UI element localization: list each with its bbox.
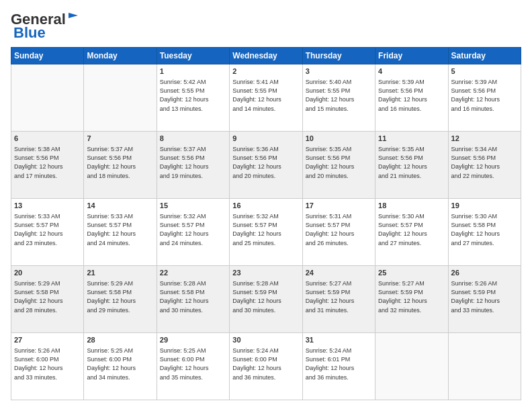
- calendar-body: 1Sunrise: 5:42 AM Sunset: 5:55 PM Daylig…: [11, 64, 521, 400]
- day-info: Sunrise: 5:37 AM Sunset: 5:56 PM Dayligh…: [160, 145, 226, 180]
- day-number: 22: [160, 268, 226, 278]
- calendar-day-cell: 15Sunrise: 5:32 AM Sunset: 5:57 PM Dayli…: [157, 199, 229, 266]
- calendar-day-cell: 6Sunrise: 5:38 AM Sunset: 5:56 PM Daylig…: [11, 132, 84, 199]
- day-number: 20: [14, 268, 81, 278]
- day-of-week-header: Friday: [375, 48, 448, 64]
- calendar-day-cell: 10Sunrise: 5:35 AM Sunset: 5:56 PM Dayli…: [302, 132, 375, 199]
- day-of-week-header: Wednesday: [230, 48, 302, 64]
- day-of-week-header: Monday: [84, 48, 157, 64]
- day-number: 13: [14, 201, 81, 211]
- day-number: 30: [232, 335, 299, 345]
- day-info: Sunrise: 5:32 AM Sunset: 5:57 PM Dayligh…: [160, 212, 226, 247]
- day-number: 12: [451, 134, 518, 144]
- calendar-day-cell: 28Sunrise: 5:25 AM Sunset: 6:00 PM Dayli…: [84, 333, 157, 400]
- calendar-day-cell: 22Sunrise: 5:28 AM Sunset: 5:58 PM Dayli…: [157, 266, 229, 333]
- day-number: 19: [451, 201, 518, 211]
- day-number: 8: [160, 134, 226, 144]
- day-info: Sunrise: 5:26 AM Sunset: 5:59 PM Dayligh…: [451, 279, 518, 314]
- calendar-table: SundayMondayTuesdayWednesdayThursdayFrid…: [11, 47, 521, 400]
- day-number: 31: [306, 335, 372, 345]
- day-info: Sunrise: 5:26 AM Sunset: 6:00 PM Dayligh…: [14, 347, 81, 381]
- day-number: 10: [306, 134, 372, 144]
- day-info: Sunrise: 5:28 AM Sunset: 5:58 PM Dayligh…: [160, 279, 226, 314]
- day-info: Sunrise: 5:33 AM Sunset: 5:57 PM Dayligh…: [87, 212, 153, 247]
- day-number: 5: [451, 66, 518, 77]
- calendar-day-cell: 13Sunrise: 5:33 AM Sunset: 5:57 PM Dayli…: [11, 199, 84, 266]
- calendar-day-cell: 18Sunrise: 5:30 AM Sunset: 5:57 PM Dayli…: [375, 199, 448, 266]
- calendar-day-cell: 7Sunrise: 5:37 AM Sunset: 5:56 PM Daylig…: [84, 132, 157, 199]
- day-number: 24: [306, 268, 372, 278]
- day-number: 16: [232, 201, 299, 211]
- logo-flag-icon: [67, 11, 79, 24]
- day-info: Sunrise: 5:25 AM Sunset: 6:00 PM Dayligh…: [87, 347, 153, 381]
- calendar-week-row: 13Sunrise: 5:33 AM Sunset: 5:57 PM Dayli…: [11, 199, 521, 266]
- calendar-week-row: 6Sunrise: 5:38 AM Sunset: 5:56 PM Daylig…: [11, 132, 521, 199]
- day-number: 17: [306, 201, 372, 211]
- day-info: Sunrise: 5:38 AM Sunset: 5:56 PM Dayligh…: [14, 145, 81, 180]
- calendar-day-cell: 26Sunrise: 5:26 AM Sunset: 5:59 PM Dayli…: [448, 266, 521, 333]
- calendar-header-row: SundayMondayTuesdayWednesdayThursdayFrid…: [11, 48, 521, 64]
- calendar-day-cell: 1Sunrise: 5:42 AM Sunset: 5:55 PM Daylig…: [157, 64, 229, 132]
- calendar-week-row: 27Sunrise: 5:26 AM Sunset: 6:00 PM Dayli…: [11, 333, 521, 400]
- day-number: 15: [160, 201, 226, 211]
- day-info: Sunrise: 5:42 AM Sunset: 5:55 PM Dayligh…: [160, 78, 226, 113]
- calendar-day-cell: 17Sunrise: 5:31 AM Sunset: 5:57 PM Dayli…: [302, 199, 375, 266]
- calendar-day-cell: 12Sunrise: 5:34 AM Sunset: 5:56 PM Dayli…: [448, 132, 521, 199]
- day-info: Sunrise: 5:39 AM Sunset: 5:56 PM Dayligh…: [451, 78, 518, 113]
- day-number: 1: [160, 66, 226, 77]
- day-info: Sunrise: 5:24 AM Sunset: 6:00 PM Dayligh…: [232, 347, 299, 381]
- calendar-day-cell: 24Sunrise: 5:27 AM Sunset: 5:59 PM Dayli…: [302, 266, 375, 333]
- day-number: 6: [14, 134, 81, 144]
- calendar-day-cell: 19Sunrise: 5:30 AM Sunset: 5:58 PM Dayli…: [448, 199, 521, 266]
- day-info: Sunrise: 5:34 AM Sunset: 5:56 PM Dayligh…: [451, 145, 518, 180]
- calendar-day-cell: 21Sunrise: 5:29 AM Sunset: 5:58 PM Dayli…: [84, 266, 157, 333]
- calendar-day-cell: 11Sunrise: 5:35 AM Sunset: 5:56 PM Dayli…: [375, 132, 448, 199]
- day-info: Sunrise: 5:40 AM Sunset: 5:55 PM Dayligh…: [306, 78, 372, 113]
- day-info: Sunrise: 5:24 AM Sunset: 6:01 PM Dayligh…: [306, 347, 372, 381]
- svg-marker-0: [69, 13, 78, 18]
- calendar-week-row: 20Sunrise: 5:29 AM Sunset: 5:58 PM Dayli…: [11, 266, 521, 333]
- header: General Blue: [11, 11, 521, 42]
- day-info: Sunrise: 5:30 AM Sunset: 5:58 PM Dayligh…: [451, 212, 518, 247]
- day-info: Sunrise: 5:36 AM Sunset: 5:56 PM Dayligh…: [232, 145, 299, 180]
- day-number: 4: [378, 66, 445, 77]
- calendar-day-cell: 8Sunrise: 5:37 AM Sunset: 5:56 PM Daylig…: [157, 132, 229, 199]
- day-of-week-header: Tuesday: [157, 48, 229, 64]
- logo: General Blue: [11, 11, 79, 42]
- calendar-week-row: 1Sunrise: 5:42 AM Sunset: 5:55 PM Daylig…: [11, 64, 521, 132]
- day-info: Sunrise: 5:28 AM Sunset: 5:59 PM Dayligh…: [232, 279, 299, 314]
- calendar-day-cell: 3Sunrise: 5:40 AM Sunset: 5:55 PM Daylig…: [302, 64, 375, 132]
- calendar-day-cell: 9Sunrise: 5:36 AM Sunset: 5:56 PM Daylig…: [230, 132, 302, 199]
- logo-blue-text: Blue: [13, 24, 46, 42]
- calendar-day-cell: 20Sunrise: 5:29 AM Sunset: 5:58 PM Dayli…: [11, 266, 84, 333]
- day-info: Sunrise: 5:27 AM Sunset: 5:59 PM Dayligh…: [306, 279, 372, 314]
- day-info: Sunrise: 5:29 AM Sunset: 5:58 PM Dayligh…: [87, 279, 153, 314]
- day-of-week-header: Thursday: [302, 48, 375, 64]
- day-info: Sunrise: 5:30 AM Sunset: 5:57 PM Dayligh…: [378, 212, 445, 247]
- day-number: 3: [306, 66, 372, 77]
- day-number: 2: [232, 66, 299, 77]
- day-number: 18: [378, 201, 445, 211]
- day-number: 29: [160, 335, 226, 345]
- day-info: Sunrise: 5:32 AM Sunset: 5:57 PM Dayligh…: [232, 212, 299, 247]
- calendar-day-cell: 30Sunrise: 5:24 AM Sunset: 6:00 PM Dayli…: [230, 333, 302, 400]
- calendar-day-cell: 14Sunrise: 5:33 AM Sunset: 5:57 PM Dayli…: [84, 199, 157, 266]
- day-info: Sunrise: 5:27 AM Sunset: 5:59 PM Dayligh…: [378, 279, 445, 314]
- day-info: Sunrise: 5:41 AM Sunset: 5:55 PM Dayligh…: [232, 78, 299, 113]
- calendar-day-cell: 4Sunrise: 5:39 AM Sunset: 5:56 PM Daylig…: [375, 64, 448, 132]
- day-number: 27: [14, 335, 81, 345]
- day-info: Sunrise: 5:39 AM Sunset: 5:56 PM Dayligh…: [378, 78, 445, 113]
- day-info: Sunrise: 5:29 AM Sunset: 5:58 PM Dayligh…: [14, 279, 81, 314]
- day-number: 25: [378, 268, 445, 278]
- day-number: 21: [87, 268, 153, 278]
- calendar-day-cell: [375, 333, 448, 400]
- day-number: 11: [378, 134, 445, 144]
- day-number: 7: [87, 134, 153, 144]
- calendar-day-cell: 16Sunrise: 5:32 AM Sunset: 5:57 PM Dayli…: [230, 199, 302, 266]
- day-number: 14: [87, 201, 153, 211]
- day-info: Sunrise: 5:33 AM Sunset: 5:57 PM Dayligh…: [14, 212, 81, 247]
- calendar-day-cell: 5Sunrise: 5:39 AM Sunset: 5:56 PM Daylig…: [448, 64, 521, 132]
- day-number: 23: [232, 268, 299, 278]
- day-of-week-header: Sunday: [11, 48, 84, 64]
- day-info: Sunrise: 5:25 AM Sunset: 6:00 PM Dayligh…: [160, 347, 226, 381]
